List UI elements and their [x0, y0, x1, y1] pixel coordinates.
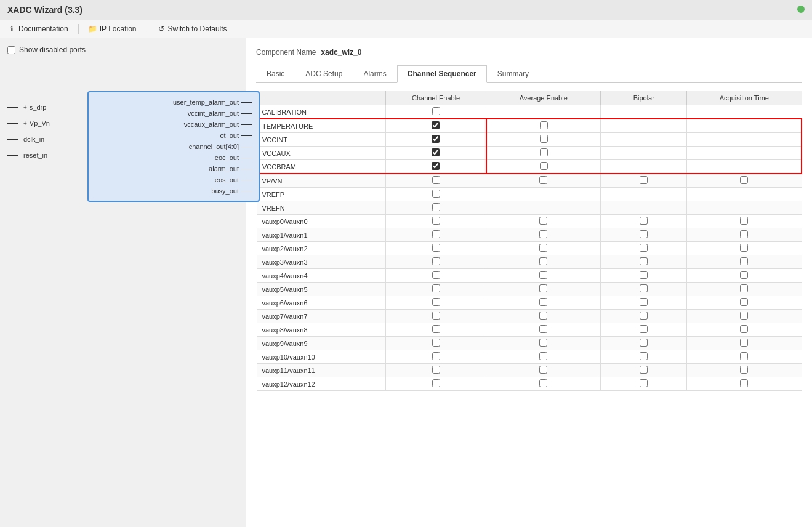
- channel-enable-checkbox[interactable]: [432, 298, 440, 306]
- acq-time-checkbox[interactable]: [740, 325, 748, 333]
- acq-time-checkbox[interactable]: [740, 271, 748, 279]
- channel-enable-checkbox[interactable]: [432, 244, 440, 252]
- tab-alarms[interactable]: Alarms: [353, 65, 396, 83]
- avg-enable-cell: [486, 119, 601, 133]
- bipolar-checkbox[interactable]: [640, 217, 648, 225]
- avg-enable-cell: [486, 269, 601, 283]
- port-busy-out: busy_out: [95, 187, 252, 195]
- channel-enable-cell: [386, 160, 486, 174]
- avg-enable-checkbox[interactable]: [539, 325, 547, 333]
- avg-enable-cell: [486, 364, 601, 377]
- port-alarm-out: alarm_out: [95, 165, 252, 172]
- avg-enable-checkbox[interactable]: [539, 271, 547, 279]
- channel-enable-checkbox[interactable]: [432, 284, 440, 292]
- port-s-drp-label: s_drp: [30, 103, 47, 111]
- channel-enable-checkbox[interactable]: [432, 312, 440, 320]
- tab-basic[interactable]: Basic: [256, 65, 295, 83]
- table-row: vauxp5/vauxn5: [257, 283, 802, 296]
- acq-time-checkbox[interactable]: [740, 257, 748, 265]
- bipolar-checkbox[interactable]: [640, 379, 648, 387]
- channel-enable-checkbox[interactable]: [432, 379, 440, 387]
- avg-enable-checkbox[interactable]: [539, 379, 547, 387]
- port-vp-vn-label: Vp_Vn: [30, 119, 50, 127]
- channel-enable-checkbox[interactable]: [432, 203, 440, 211]
- bipolar-cell: [601, 255, 687, 269]
- channel-enable-checkbox[interactable]: [432, 107, 440, 115]
- acq-time-checkbox[interactable]: [740, 298, 748, 306]
- avg-enable-checkbox[interactable]: [540, 162, 548, 170]
- bipolar-checkbox[interactable]: [640, 325, 648, 333]
- component-diagram-wrapper: + s_drp + Vp_Vn dclk_in: [50, 79, 238, 202]
- channel-enable-checkbox[interactable]: [432, 121, 440, 129]
- channel-enable-checkbox[interactable]: [432, 176, 440, 184]
- tab-adc-setup[interactable]: ADC Setup: [295, 65, 353, 83]
- avg-enable-checkbox[interactable]: [539, 298, 547, 306]
- channel-enable-checkbox[interactable]: [432, 257, 440, 265]
- channel-enable-checkbox[interactable]: [432, 339, 440, 347]
- bipolar-checkbox[interactable]: [640, 230, 648, 238]
- tab-channel-sequencer[interactable]: Channel Sequencer: [397, 65, 487, 83]
- bipolar-cell: [601, 147, 687, 160]
- switch-to-defaults-button[interactable]: ↺ Switch to Defaults: [157, 25, 227, 33]
- acq-time-checkbox[interactable]: [740, 339, 748, 347]
- tab-summary[interactable]: Summary: [487, 65, 539, 83]
- bipolar-checkbox[interactable]: [640, 271, 648, 279]
- acq-time-checkbox[interactable]: [740, 217, 748, 225]
- avg-enable-cell: [486, 133, 601, 147]
- avg-enable-checkbox[interactable]: [540, 135, 548, 143]
- channel-enable-checkbox[interactable]: [432, 135, 440, 143]
- avg-enable-checkbox[interactable]: [539, 217, 547, 225]
- bipolar-cell: [601, 105, 687, 119]
- acq-time-checkbox[interactable]: [740, 176, 748, 184]
- avg-enable-checkbox[interactable]: [539, 244, 547, 252]
- acq-time-checkbox[interactable]: [740, 312, 748, 320]
- avg-enable-checkbox[interactable]: [539, 176, 547, 184]
- bipolar-checkbox[interactable]: [640, 176, 648, 184]
- port-eoc-out-label: eoc_out: [215, 154, 239, 161]
- bipolar-checkbox[interactable]: [640, 366, 648, 374]
- channel-enable-checkbox[interactable]: [432, 325, 440, 333]
- documentation-button[interactable]: ℹ Documentation: [7, 25, 68, 33]
- bipolar-checkbox[interactable]: [640, 352, 648, 360]
- avg-enable-checkbox[interactable]: [539, 230, 547, 238]
- avg-enable-checkbox[interactable]: [539, 352, 547, 360]
- port-ot-out: ot_out: [95, 132, 252, 139]
- avg-enable-checkbox[interactable]: [539, 312, 547, 320]
- channel-enable-checkbox[interactable]: [432, 366, 440, 374]
- bipolar-cell: [601, 242, 687, 255]
- acq-time-checkbox[interactable]: [740, 230, 748, 238]
- acq-time-checkbox[interactable]: [740, 366, 748, 374]
- channel-name-cell: vauxp7/vauxn7: [257, 310, 386, 323]
- channel-enable-checkbox[interactable]: [432, 271, 440, 279]
- avg-enable-checkbox[interactable]: [540, 121, 548, 129]
- channel-enable-checkbox[interactable]: [432, 190, 440, 198]
- bipolar-checkbox[interactable]: [640, 244, 648, 252]
- table-row: VREFN: [257, 201, 802, 215]
- bipolar-checkbox[interactable]: [640, 284, 648, 292]
- channel-enable-checkbox[interactable]: [432, 230, 440, 238]
- channel-enable-checkbox[interactable]: [432, 352, 440, 360]
- acq-time-checkbox[interactable]: [740, 379, 748, 387]
- bipolar-checkbox[interactable]: [640, 312, 648, 320]
- bipolar-checkbox[interactable]: [640, 257, 648, 265]
- avg-enable-cell: [486, 228, 601, 242]
- avg-enable-checkbox[interactable]: [539, 257, 547, 265]
- avg-enable-cell: [486, 160, 601, 174]
- bipolar-checkbox[interactable]: [640, 298, 648, 306]
- channel-enable-checkbox[interactable]: [432, 162, 440, 170]
- avg-enable-checkbox[interactable]: [540, 148, 548, 156]
- left-ports-container: + s_drp + Vp_Vn dclk_in: [7, 103, 50, 159]
- ip-location-button[interactable]: 📁 IP Location: [89, 25, 137, 33]
- channel-enable-checkbox[interactable]: [432, 217, 440, 225]
- ip-location-label: IP Location: [100, 25, 137, 33]
- avg-enable-checkbox[interactable]: [539, 366, 547, 374]
- bipolar-checkbox[interactable]: [640, 339, 648, 347]
- avg-enable-checkbox[interactable]: [539, 339, 547, 347]
- acq-time-checkbox[interactable]: [740, 352, 748, 360]
- show-disabled-ports-checkbox[interactable]: [7, 46, 15, 54]
- acq-time-checkbox[interactable]: [740, 284, 748, 292]
- acq-time-checkbox[interactable]: [740, 244, 748, 252]
- channel-enable-cell: [386, 310, 486, 323]
- avg-enable-checkbox[interactable]: [539, 284, 547, 292]
- channel-enable-checkbox[interactable]: [432, 148, 440, 156]
